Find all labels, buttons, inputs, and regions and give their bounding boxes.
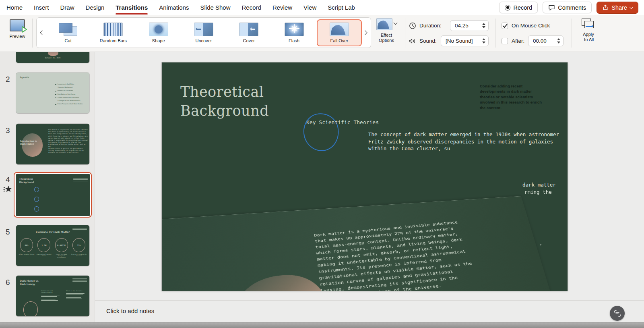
after-checkbox[interactable] xyxy=(502,38,508,44)
thumbnail-slide-2[interactable]: Agenda Introduction to Dark Matter Theor… xyxy=(16,73,89,113)
transition-gallery: Cut Random Bars Shape Uncover Co xyxy=(36,17,371,48)
thumbnail-slide-1[interactable]: October 31, 2023 xyxy=(16,52,89,63)
tab-design[interactable]: Design xyxy=(86,4,105,11)
transition-label: Cover xyxy=(243,38,255,43)
share-button[interactable]: Share xyxy=(597,2,638,14)
cut-icon xyxy=(58,23,78,36)
current-slide[interactable]: Theoretical Background Consider adding r… xyxy=(162,62,568,291)
after-input[interactable]: 00.00 xyxy=(528,35,564,46)
text-fragment: rming the xyxy=(524,189,552,195)
transition-random-bars[interactable]: Random Bars xyxy=(91,19,136,46)
uncover-icon xyxy=(194,23,213,36)
after-stepper[interactable] xyxy=(555,38,563,44)
scan-text-icon xyxy=(613,309,621,318)
gallery-scroll-right-button[interactable] xyxy=(362,18,368,48)
record-button[interactable]: Record xyxy=(499,2,538,13)
gradient-blob xyxy=(236,272,329,291)
duration-input[interactable]: 04.25 xyxy=(450,20,489,31)
transition-flash[interactable]: Flash xyxy=(271,19,316,46)
tab-script-lab[interactable]: Script Lab xyxy=(328,4,355,11)
tab-draw[interactable]: Draw xyxy=(60,4,74,11)
on-mouse-click-checkbox[interactable] xyxy=(502,23,508,29)
random-bars-icon xyxy=(103,23,123,36)
apply-to-all-label: Apply To All xyxy=(576,32,601,42)
comments-button-label: Comments xyxy=(558,4,586,11)
tab-insert[interactable]: Insert xyxy=(34,4,49,11)
notes-tool-button[interactable] xyxy=(610,306,625,321)
effect-options-chevron-icon xyxy=(393,21,397,25)
apply-to-all-button[interactable]: Apply To All xyxy=(576,19,601,42)
slide6-note-bars xyxy=(72,278,87,282)
ribbon-separator xyxy=(32,19,33,48)
transition-uncover[interactable]: Uncover xyxy=(181,19,226,46)
tab-review[interactable]: Review xyxy=(272,4,292,11)
slide-number-2: 2 xyxy=(6,75,10,84)
effect-options-button[interactable]: Effect Options xyxy=(374,18,398,43)
slide4-theory-row xyxy=(34,197,69,202)
thumbnail-slide-4-selected[interactable]: Theoretical Background xyxy=(14,172,92,218)
slide-number-6: 6 xyxy=(6,278,10,287)
transitions-ribbon: Preview Cut Random Bars Shape xyxy=(0,15,644,52)
slide4-theory-row xyxy=(34,206,69,212)
record-icon xyxy=(505,5,510,10)
slide-body-text[interactable]: The concept of dark matter emerged in th… xyxy=(368,131,559,152)
powerpoint-window: Home Insert Draw Design Transitions Anim… xyxy=(0,0,644,328)
share-chevron-icon xyxy=(630,5,634,9)
transition-shape[interactable]: Shape xyxy=(136,19,181,46)
transition-fall-over[interactable]: Fall Over xyxy=(317,19,362,46)
slide6-column-1: Definitions and Characteristics xyxy=(41,290,62,302)
fall-over-transition-panel: Introduction to Dark Matter Dark matter … xyxy=(162,196,568,291)
comments-button[interactable]: Comments xyxy=(543,2,592,13)
thumbnail-slide-6[interactable]: Dark Matter vs. Dark Energy Definitions … xyxy=(16,276,89,316)
slide-editor-canvas: Theoretical Background Consider adding r… xyxy=(95,52,644,300)
tab-transitions[interactable]: Transitions xyxy=(116,4,148,11)
slide5-stats: 80%Galaxy Rotation Curves 1.5MGravitatio… xyxy=(19,238,87,258)
decorative-circle-outline xyxy=(23,301,38,316)
share-button-label: Share xyxy=(611,4,627,11)
apply-to-all-icon xyxy=(582,19,595,30)
sound-value: [No Sound] xyxy=(446,38,473,44)
tab-slide-show[interactable]: Slide Show xyxy=(200,4,230,11)
transition-cut[interactable]: Cut xyxy=(45,19,91,46)
menu-bar: Home Insert Draw Design Transitions Anim… xyxy=(0,0,644,15)
effect-options-icon xyxy=(376,18,392,30)
slide6-title: Dark Matter vs. Dark Energy xyxy=(20,279,39,286)
slide3-title: Introduction to Dark Matter xyxy=(20,140,45,145)
shape-icon xyxy=(149,23,168,36)
thumbnail-slide-3[interactable]: Introduction to Dark Matter Dark matter … xyxy=(16,124,89,164)
sound-stepper[interactable] xyxy=(480,38,488,44)
text-fragment: dark matter xyxy=(522,182,556,188)
slide-number-4: 4 xyxy=(6,175,10,184)
notes-pane[interactable]: Click to add notes xyxy=(95,301,644,322)
record-button-label: Record xyxy=(513,4,532,11)
decorative-blob xyxy=(48,52,58,56)
gallery-scroll-left-button[interactable] xyxy=(39,18,45,48)
slide-number-5: 5 xyxy=(6,228,10,237)
slide6-column-2: Roles in the Universe xyxy=(66,290,87,300)
notes-placeholder[interactable]: Click to add notes xyxy=(106,307,154,314)
tab-view[interactable]: View xyxy=(303,4,316,11)
text-fragment: , xyxy=(539,240,543,246)
slide-number-3: 3 xyxy=(6,126,10,135)
tab-record[interactable]: Record xyxy=(242,4,261,11)
preview-label: Preview xyxy=(5,34,30,39)
clock-icon xyxy=(409,22,416,29)
preview-button[interactable]: Preview xyxy=(5,19,30,39)
slide2-title: Agenda xyxy=(20,76,29,79)
section-heading[interactable]: Key Scientific Theories xyxy=(306,119,379,125)
slide4-title: Theoretical Background xyxy=(19,177,34,184)
slide-title[interactable]: Theoretical Background xyxy=(180,83,313,120)
transition-label: Shape xyxy=(152,38,165,43)
slide5-title: Evidence for Dark Matter xyxy=(16,230,89,234)
sound-select[interactable]: [No Sound] xyxy=(441,35,489,46)
duration-stepper[interactable] xyxy=(480,23,488,29)
thumbnail-slide-5[interactable]: Evidence for Dark Matter 80%Galaxy Rotat… xyxy=(16,225,89,266)
transition-cover[interactable]: Cover xyxy=(226,19,271,46)
transition-applied-star-icon xyxy=(3,185,13,193)
tab-animations[interactable]: Animations xyxy=(159,4,189,11)
transition-label: Cut xyxy=(65,38,72,43)
slide2-agenda-list: Introduction to Dark Matter Theoretical … xyxy=(55,83,87,106)
tab-home[interactable]: Home xyxy=(6,4,23,11)
preview-icon xyxy=(10,19,25,31)
topbar-actions: Record Comments Share xyxy=(499,2,644,14)
